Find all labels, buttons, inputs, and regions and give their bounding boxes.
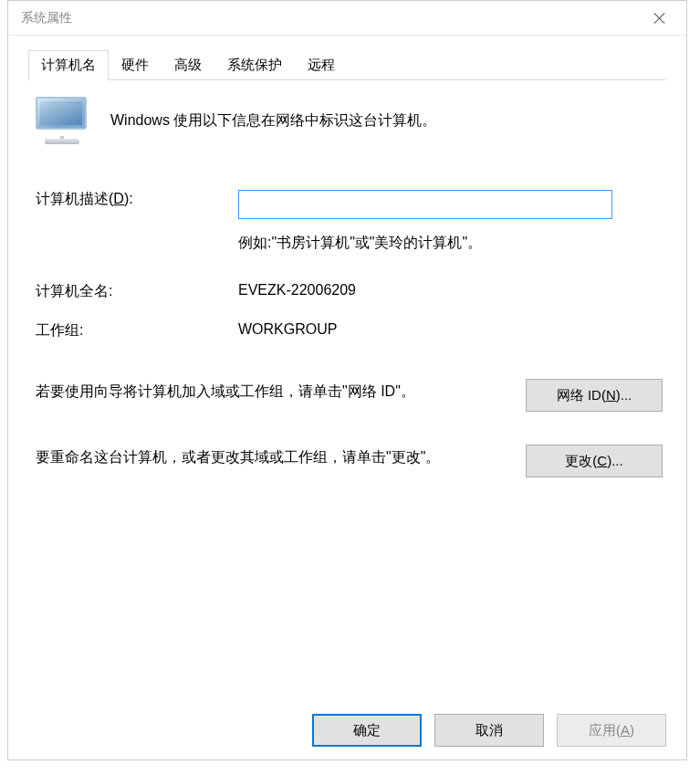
row-workgroup: 工作组: WORKGROUP [36, 318, 663, 340]
workgroup-label: 工作组: [36, 318, 238, 340]
apply-button[interactable]: 应用(A) [557, 714, 666, 747]
fullname-value: EVEZK-22006209 [238, 278, 663, 298]
tab-advanced[interactable]: 高级 [162, 50, 214, 79]
network-id-text: 若要使用向导将计算机加入域或工作组，请单击"网络 ID"。 [36, 379, 491, 403]
fullname-label: 计算机全名: [36, 278, 238, 301]
tab-content: Windows 使用以下信息在网络中标识这台计算机。 计算机描述(D): 例如:… [28, 80, 666, 703]
row-fullname: 计算机全名: EVEZK-22006209 [36, 278, 663, 301]
tab-computer-name[interactable]: 计算机名 [28, 50, 109, 80]
description-hint: 例如:"书房计算机"或"美玲的计算机"。 [238, 234, 663, 253]
close-icon [653, 12, 666, 25]
tab-bar: 计算机名 硬件 高级 系统保护 远程 [28, 50, 666, 80]
close-button[interactable] [641, 5, 679, 32]
intro-row: Windows 使用以下信息在网络中标识这台计算机。 [32, 97, 663, 144]
tab-hardware[interactable]: 硬件 [109, 50, 162, 79]
network-id-button[interactable]: 网络 ID(N)... [526, 379, 663, 412]
row-network-id: 若要使用向导将计算机加入域或工作组，请单击"网络 ID"。 网络 ID(N)..… [36, 379, 663, 412]
dialog-body: 计算机名 硬件 高级 系统保护 远程 Windows 使用以下信息在网络中标识这… [8, 36, 686, 759]
description-input[interactable] [238, 190, 612, 219]
titlebar: 系统属性 [8, 1, 686, 36]
cancel-button[interactable]: 取消 [434, 714, 544, 747]
change-text: 要重命名这台计算机，或者更改其域或工作组，请单击"更改"。 [36, 445, 491, 469]
system-properties-dialog: 系统属性 计算机名 硬件 高级 系统保护 远程 Windows 使用以下信息在网… [7, 0, 687, 760]
dialog-footer: 确定 取消 应用(A) [28, 703, 666, 747]
row-change: 要重命名这台计算机，或者更改其域或工作组，请单击"更改"。 更改(C)... [36, 445, 663, 477]
workgroup-value: WORKGROUP [238, 318, 663, 338]
tab-remote[interactable]: 远程 [295, 50, 348, 79]
window-title: 系统属性 [21, 10, 641, 26]
change-button[interactable]: 更改(C)... [526, 445, 663, 477]
form-area: 计算机描述(D): 例如:"书房计算机"或"美玲的计算机"。 计算机全名: EV… [32, 186, 663, 477]
intro-text: Windows 使用以下信息在网络中标识这台计算机。 [110, 111, 436, 131]
ok-button[interactable]: 确定 [312, 714, 422, 747]
row-description: 计算机描述(D): 例如:"书房计算机"或"美玲的计算机"。 [36, 186, 663, 253]
tab-system-protection[interactable]: 系统保护 [214, 50, 295, 79]
computer-icon [36, 97, 89, 144]
description-label: 计算机描述(D): [36, 191, 133, 206]
